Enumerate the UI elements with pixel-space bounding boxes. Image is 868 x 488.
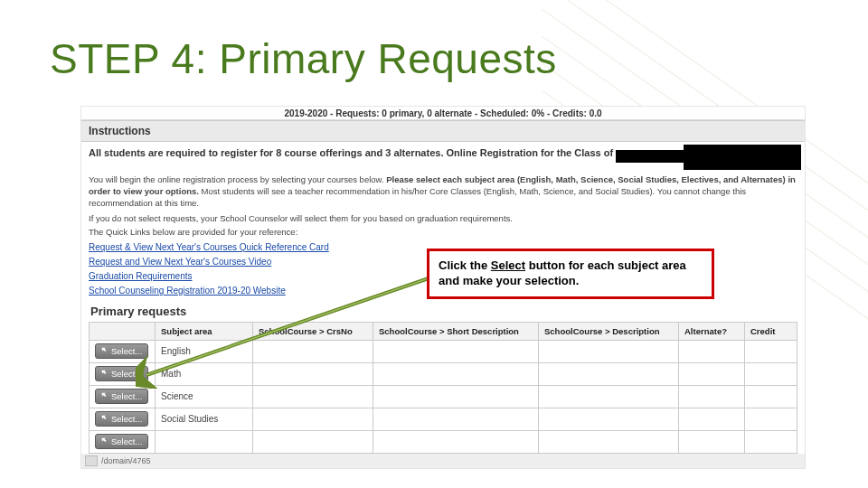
- col-alternate: Alternate?: [679, 322, 745, 340]
- col-short-desc: SchoolCourse > Short Description: [373, 322, 539, 340]
- col-subject: Subject area: [156, 322, 253, 340]
- subject-cell: Math: [156, 362, 253, 385]
- instruction-callout: Click the Select button for each subject…: [427, 249, 714, 299]
- subject-cell: [156, 430, 253, 453]
- col-crsno: SchoolCourse > CrsNo: [253, 322, 373, 340]
- paragraph-2: If you do not select requests, your Scho…: [89, 213, 797, 223]
- table-row: Select...Science: [90, 385, 797, 408]
- table-row: Select...: [90, 430, 797, 453]
- col-description: SchoolCourse > Description: [539, 322, 679, 340]
- year-banner: 2019-2020 - Requests: 0 primary, 0 alter…: [81, 107, 805, 120]
- slide-title: STEP 4: Primary Requests: [50, 34, 557, 83]
- subject-cell: English: [156, 340, 253, 362]
- table-row: Select...Math: [90, 362, 797, 385]
- redacted-block-2: [684, 145, 801, 170]
- subject-cell: Science: [156, 385, 253, 408]
- status-bar: /domain/4765: [81, 454, 805, 468]
- table-row: Select...English: [90, 340, 797, 362]
- select-button[interactable]: Select...: [95, 366, 148, 381]
- instructions-header: Instructions: [81, 120, 805, 142]
- select-button[interactable]: Select...: [95, 434, 148, 449]
- select-button[interactable]: Select...: [95, 343, 148, 359]
- subject-cell: Social Studies: [156, 408, 253, 430]
- col-select: [90, 322, 156, 340]
- select-button[interactable]: Select...: [95, 411, 148, 427]
- table-row: Select...Social Studies: [90, 408, 797, 430]
- primary-requests-table: Subject area SchoolCourse > CrsNo School…: [89, 322, 797, 454]
- primary-requests-heading: Primary requests: [90, 305, 797, 318]
- paragraph-3: The Quick Links below are provided for y…: [89, 227, 797, 237]
- paragraph-1: You will begin the online registration p…: [89, 174, 797, 209]
- status-path: /domain/4765: [101, 456, 151, 465]
- select-button[interactable]: Select...: [95, 389, 148, 404]
- col-credit: Credit: [745, 322, 797, 340]
